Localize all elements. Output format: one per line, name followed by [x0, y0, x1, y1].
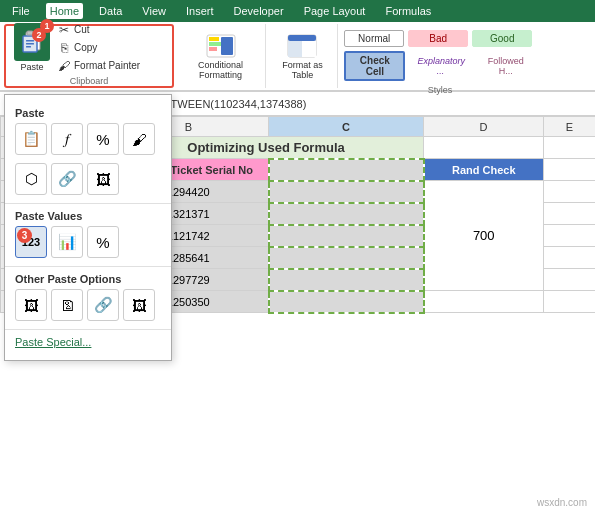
- cf-line1: Conditional: [198, 60, 243, 70]
- style-normal[interactable]: Normal: [344, 30, 404, 47]
- paste-icon-3[interactable]: %: [87, 123, 119, 155]
- cell-e4[interactable]: [544, 137, 596, 159]
- col-c[interactable]: C: [269, 117, 424, 137]
- clipboard-label: Clipboard: [70, 76, 109, 86]
- copy-button[interactable]: ⎘ Copy: [54, 40, 143, 56]
- format-table-content: Format as Table: [278, 26, 327, 86]
- col-e[interactable]: E: [544, 117, 596, 137]
- style-check-cell[interactable]: Check Cell: [344, 51, 405, 81]
- format-painter-button[interactable]: 🖌 Format Painter: [54, 58, 143, 74]
- paste-icon-6[interactable]: 🔗: [51, 163, 83, 195]
- paste-icons-row2: ⬡ 🔗 🖼: [5, 161, 171, 201]
- other-paste-icon-2[interactable]: 🖻: [51, 289, 83, 321]
- style-good[interactable]: Good: [472, 30, 532, 47]
- paste-icon-1[interactable]: 📋: [15, 123, 47, 155]
- svg-rect-13: [288, 41, 302, 46]
- conditional-formatting-button[interactable]: Conditional Formatting: [194, 31, 247, 82]
- other-paste-title: Other Paste Options: [5, 269, 171, 287]
- style-explanatory[interactable]: Explanatory ...: [409, 54, 471, 78]
- cell-e9[interactable]: [544, 247, 596, 269]
- paste-label: Paste: [20, 62, 43, 72]
- paste-icon-4[interactable]: 🖌: [123, 123, 155, 155]
- formula-display: =RANDBETWEEN(1102344,1374388): [114, 98, 591, 110]
- format-group-content: Conditional Formatting: [194, 26, 247, 86]
- badge-3: 3: [17, 228, 32, 243]
- cut-label: Cut: [74, 24, 90, 35]
- cell-c9[interactable]: [269, 247, 424, 269]
- paste-values-icon-2[interactable]: 📊: [51, 226, 83, 258]
- paste-special[interactable]: Paste Special...: [5, 332, 171, 352]
- other-paste-icon-3[interactable]: 🔗: [87, 289, 119, 321]
- menu-insert[interactable]: Insert: [182, 3, 218, 19]
- svg-rect-10: [221, 37, 233, 55]
- svg-rect-4: [26, 43, 34, 45]
- svg-rect-15: [288, 46, 302, 51]
- menu-formulas[interactable]: Formulas: [381, 3, 435, 19]
- style-followed[interactable]: Followed H...: [476, 54, 536, 78]
- format-as-table-button[interactable]: Format as Table: [278, 31, 327, 82]
- paste-icon-7[interactable]: 🖼: [87, 163, 119, 195]
- cell-c8[interactable]: [269, 225, 424, 247]
- svg-rect-18: [302, 51, 316, 57]
- format-as-table-group: Format as Table: [268, 24, 338, 88]
- svg-rect-9: [209, 47, 217, 51]
- svg-rect-12: [288, 35, 316, 41]
- paste-dropdown: Paste 📋 𝑓 % 🖌 ⬡ 🔗 🖼 Paste Values 123 3 📊: [4, 94, 172, 361]
- styles-content: Normal Bad Good Check Cell Explanatory .…: [344, 26, 536, 83]
- col-d[interactable]: D: [424, 117, 544, 137]
- cell-d4[interactable]: [424, 137, 544, 159]
- cut-icon: ✂: [57, 23, 71, 37]
- styles-row-1: Normal Bad Good: [344, 30, 532, 47]
- fat-line2: Table: [292, 70, 314, 80]
- paste-values-icon-3[interactable]: %: [87, 226, 119, 258]
- cell-e11[interactable]: [544, 291, 596, 313]
- clipboard-buttons: ✂ Cut ⎘ Copy 🖌 Format Painter: [54, 22, 143, 74]
- cell-e6[interactable]: [544, 181, 596, 203]
- paste-section-title: Paste: [5, 103, 171, 121]
- svg-rect-17: [288, 51, 302, 57]
- cell-e8[interactable]: [544, 225, 596, 247]
- other-paste-row: 🖼 🖻 🔗 🖼: [5, 287, 171, 327]
- copy-icon: ⎘: [57, 41, 71, 55]
- menu-developer[interactable]: Developer: [230, 3, 288, 19]
- svg-rect-5: [26, 46, 31, 48]
- cell-c7[interactable]: [269, 203, 424, 225]
- paste-values-row: 123 3 📊 %: [5, 224, 171, 264]
- cf-line2: Formatting: [199, 70, 242, 80]
- styles-group: Normal Bad Good Check Cell Explanatory .…: [340, 24, 540, 88]
- styles-row-2: Check Cell Explanatory ... Followed H...: [344, 51, 536, 81]
- other-paste-icon-4[interactable]: 🖼: [123, 289, 155, 321]
- format-painter-icon: 🖌: [57, 59, 71, 73]
- copy-label: Copy: [74, 42, 97, 53]
- cell-e5[interactable]: [544, 159, 596, 181]
- svg-rect-14: [302, 41, 316, 46]
- other-paste-icon-1[interactable]: 🖼: [15, 289, 47, 321]
- cell-d11[interactable]: [424, 291, 544, 313]
- format-as-table-label: Format as Table: [282, 60, 323, 80]
- menu-page-layout[interactable]: Page Layout: [300, 3, 370, 19]
- paste-icon-5[interactable]: ⬡: [15, 163, 47, 195]
- cell-c5[interactable]: [269, 159, 424, 181]
- cell-c11[interactable]: [269, 291, 424, 313]
- svg-rect-8: [209, 42, 223, 46]
- cell-d5[interactable]: Rand Check: [424, 159, 544, 181]
- cell-c6[interactable]: [269, 181, 424, 203]
- clipboard-group: Paste 📋 𝑓 % 🖌 ⬡ 🔗 🖼 Paste Values 123 3 📊: [4, 24, 174, 88]
- conditional-formatting-label: Conditional Formatting: [198, 60, 243, 80]
- format-painter-label: Format Painter: [74, 60, 140, 71]
- cut-button[interactable]: ✂ Cut: [54, 22, 143, 38]
- badge2-container: 2: [32, 28, 46, 42]
- format-group: Conditional Formatting: [176, 24, 266, 88]
- fat-line1: Format as: [282, 60, 323, 70]
- cell-e10[interactable]: [544, 269, 596, 291]
- style-bad[interactable]: Bad: [408, 30, 468, 47]
- cell-c10[interactable]: [269, 269, 424, 291]
- svg-rect-7: [209, 37, 219, 41]
- ribbon: Paste 📋 𝑓 % 🖌 ⬡ 🔗 🖼 Paste Values 123 3 📊: [0, 22, 595, 92]
- cell-e7[interactable]: [544, 203, 596, 225]
- svg-rect-16: [302, 46, 316, 51]
- paste-icons-row: 📋 𝑓 % 🖌: [5, 121, 171, 161]
- cell-d6[interactable]: 700: [424, 181, 544, 291]
- paste-icon-2[interactable]: 𝑓: [51, 123, 83, 155]
- paste-values-title: Paste Values: [5, 206, 171, 224]
